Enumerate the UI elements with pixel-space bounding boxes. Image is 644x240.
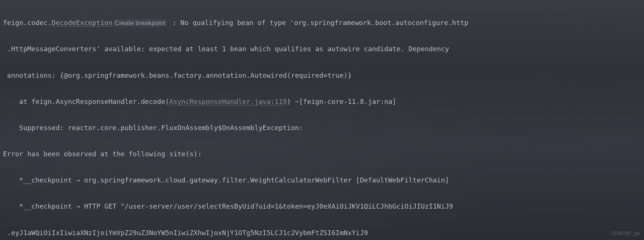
stack-line-5: Suppressed: reactor.core.publisher.FluxO…	[3, 121, 641, 134]
watermark: CSDN @F_qiu	[610, 229, 640, 238]
stack-line-9: .eyJ1aWQiOiIxIiwiaXNzIjoiYmVpZ29uZ3NoYW5…	[3, 226, 641, 239]
stack-line-1: feign.codec.DecodeExceptionCreate breakp…	[3, 16, 641, 29]
stack-line-7: *__checkpoint ⇢ org.springframework.clou…	[3, 173, 641, 187]
stack-line-4: at feign.AsyncResponseHandler.decode(Asy…	[3, 95, 641, 108]
source-link[interactable]: AsyncResponseHandler.java:119	[169, 98, 287, 105]
stack-line-6: Error has been observed at the following…	[3, 147, 641, 160]
stack-text: feign.codec.	[3, 19, 52, 27]
stack-line-2: .HttpMessageConverters' available: expec…	[3, 42, 641, 55]
create-breakpoint-link[interactable]: Create breakpoint	[113, 19, 167, 27]
exception-link[interactable]: DecodeException	[52, 19, 113, 27]
console-output: feign.codec.DecodeExceptionCreate breakp…	[0, 0, 644, 240]
stack-text: at feign.AsyncResponseHandler.decode(	[3, 98, 169, 105]
stack-text: ) ~[feign-core-11.8.jar:na]	[287, 98, 397, 105]
stack-line-3: annotations: {@org.springframework.beans…	[3, 69, 641, 82]
stack-text: : No qualifying bean of type 'org.spring…	[168, 19, 468, 27]
stack-line-8: *__checkpoint ⇢ HTTP GET "/user-server/u…	[3, 200, 641, 213]
